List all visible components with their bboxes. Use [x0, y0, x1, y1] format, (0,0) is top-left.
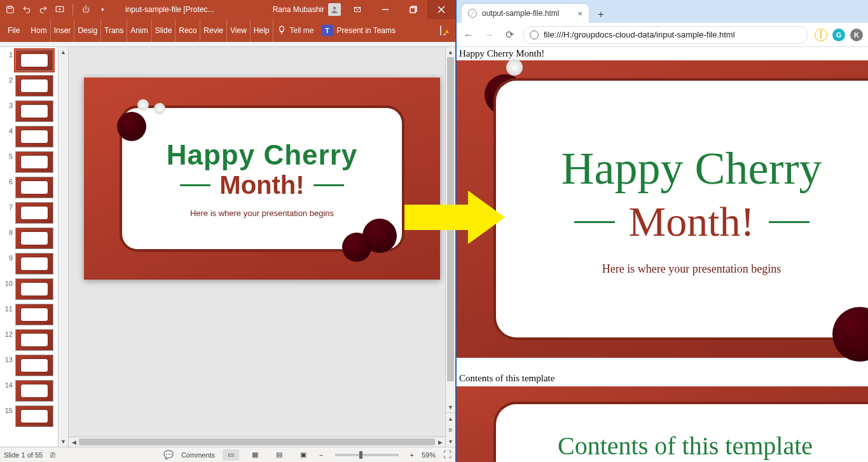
zoom-slider[interactable]	[335, 454, 399, 456]
scroll-left-icon[interactable]: ◀	[69, 437, 79, 447]
thumbnail-4[interactable]: 4	[3, 126, 58, 147]
site-info-icon[interactable]	[530, 31, 539, 39]
accessibility-icon[interactable]: ⎚	[50, 450, 55, 459]
tab-animations[interactable]: Anim	[127, 19, 151, 42]
tab-help[interactable]: Help	[251, 19, 273, 42]
tab-transitions[interactable]: Trans	[101, 19, 127, 42]
thumbnail-preview[interactable]	[15, 100, 53, 122]
slide-counter[interactable]: Slide 1 of 55	[4, 451, 43, 459]
forward-icon[interactable]: →	[482, 28, 496, 42]
thumbnail-5[interactable]: 5	[3, 151, 58, 173]
normal-view-icon[interactable]: ▭	[223, 449, 239, 461]
tab-design[interactable]: Desig	[74, 19, 101, 42]
browser-tab[interactable]: ／ output-sample-file.html ×	[462, 4, 589, 23]
tab-view[interactable]: View	[227, 19, 251, 42]
zoom-in-icon[interactable]: +	[410, 451, 414, 459]
zoom-out-icon[interactable]: −	[319, 451, 323, 459]
undo-icon[interactable]	[22, 4, 32, 15]
scroll-up-icon[interactable]: ▲	[59, 47, 68, 57]
thumbnail-preview[interactable]	[15, 253, 53, 275]
tab-slideshow[interactable]: Slide	[152, 19, 176, 42]
thumbnail-14[interactable]: 14	[3, 380, 58, 402]
from-beginning-icon[interactable]	[55, 4, 65, 15]
thumbnail-8[interactable]: 8	[3, 228, 58, 249]
thumbnail-preview[interactable]	[15, 202, 53, 224]
back-icon[interactable]: ←	[462, 28, 476, 42]
thumbnail-preview[interactable]	[15, 329, 53, 351]
thumbnail-preview[interactable]	[15, 405, 53, 427]
canvas-vertical-scrollbar[interactable]: ▲ ▼ ▴ ≡ ▾	[445, 47, 455, 447]
zoom-knob[interactable]	[359, 451, 362, 459]
scroll-thumb[interactable]	[447, 57, 454, 381]
scroll-track[interactable]	[79, 437, 435, 447]
close-icon[interactable]	[427, 0, 455, 19]
thumbnail-preview[interactable]	[15, 228, 53, 249]
thumbnail-scrollbar[interactable]: ▲ ▼	[58, 47, 68, 447]
scroll-right-icon[interactable]: ▶	[435, 437, 445, 447]
autosave-icon[interactable]: ⏻	[81, 4, 91, 15]
tab-close-icon[interactable]: ×	[577, 9, 582, 18]
scroll-down-icon[interactable]: ▼	[59, 437, 68, 447]
thumbnail-preview[interactable]	[15, 177, 53, 198]
thumbnail-1[interactable]: 1	[3, 50, 58, 71]
scroll-up-icon[interactable]: ▲	[446, 47, 455, 57]
thumbnail-preview[interactable]	[15, 278, 53, 300]
scroll-down-icon[interactable]: ▼	[446, 402, 455, 412]
browser-viewport[interactable]: Happy Cherry Month! Happy Cherry Month! …	[457, 47, 868, 462]
slide-canvas[interactable]: Happy Cherry Month! Here is where your p…	[69, 47, 455, 447]
thumbnail-2[interactable]: 2	[3, 75, 58, 97]
lightbulb-icon[interactable]	[277, 25, 286, 36]
comments-icon[interactable]: 💬	[163, 450, 174, 459]
fit-to-window-icon[interactable]: ⛶	[443, 450, 451, 459]
thumbnail-13[interactable]: 13	[3, 355, 58, 376]
thumbnail-preview[interactable]	[15, 304, 53, 325]
reading-view-icon[interactable]: ▤	[271, 449, 287, 461]
thumbnail-preview[interactable]	[15, 380, 53, 402]
comments-toggle-icon[interactable]	[440, 26, 441, 35]
zoom-level[interactable]: 59%	[422, 451, 436, 459]
file-tab[interactable]: File	[0, 19, 27, 42]
save-icon[interactable]	[5, 4, 15, 15]
thumbnail-preview[interactable]	[15, 50, 53, 71]
scroll-track[interactable]	[446, 57, 455, 402]
prev-slide-icon[interactable]: ▴	[449, 415, 452, 422]
restore-icon[interactable]	[399, 0, 427, 19]
sorter-view-icon[interactable]: ▦	[247, 449, 263, 461]
tell-me[interactable]: Tell me	[290, 26, 314, 35]
slide[interactable]: Happy Cherry Month! Here is where your p…	[84, 78, 440, 280]
tab-review[interactable]: Revie	[200, 19, 227, 42]
thumbnail-preview[interactable]	[15, 126, 53, 147]
thumbnail-11[interactable]: 11	[3, 304, 58, 325]
extension-icon[interactable]: K	[850, 29, 863, 41]
reload-icon[interactable]: ⟳	[502, 28, 516, 42]
thumbnail-12[interactable]: 12	[3, 329, 58, 351]
redo-icon[interactable]	[38, 4, 48, 15]
next-slide-icon[interactable]: ▾	[449, 438, 452, 445]
nav-menu-icon[interactable]: ≡	[449, 426, 453, 433]
tab-record[interactable]: Reco	[176, 19, 200, 42]
thumbnail-preview[interactable]	[15, 75, 53, 97]
qat-customize-icon[interactable]: ▾	[97, 4, 107, 15]
slideshow-view-icon[interactable]: ▣	[295, 449, 312, 461]
thumbnail-3[interactable]: 3	[3, 100, 58, 122]
scroll-thumb[interactable]	[79, 438, 435, 445]
address-bar[interactable]: file:///H:/groupdocs-cloud-data/input-sa…	[523, 26, 808, 44]
user-name[interactable]: Rana Mubashir	[273, 5, 324, 14]
thumbnail-6[interactable]: 6	[3, 177, 58, 198]
comments-label[interactable]: Comments	[181, 451, 215, 459]
thumbnail-7[interactable]: 7	[3, 202, 58, 224]
new-tab-button[interactable]: +	[593, 6, 609, 23]
user-avatar-icon[interactable]	[328, 3, 341, 16]
present-in-teams[interactable]: T Present in Teams	[322, 25, 396, 36]
extension-icon[interactable]: G	[832, 29, 845, 41]
tab-home[interactable]: Hom	[27, 19, 50, 42]
thumbnail-10[interactable]: 10	[3, 278, 58, 300]
ribbon-display-options-icon[interactable]	[343, 0, 371, 19]
thumbnail-15[interactable]: 15	[3, 405, 58, 427]
canvas-horizontal-scrollbar[interactable]: ◀ ▶	[69, 437, 445, 447]
thumbnail-list[interactable]: 123456789101112131415	[0, 47, 58, 447]
thumbnail-9[interactable]: 9	[3, 253, 58, 275]
share-icon[interactable]: ▲	[444, 27, 450, 34]
tab-insert[interactable]: Inser	[51, 19, 75, 42]
minimize-icon[interactable]	[371, 0, 399, 19]
